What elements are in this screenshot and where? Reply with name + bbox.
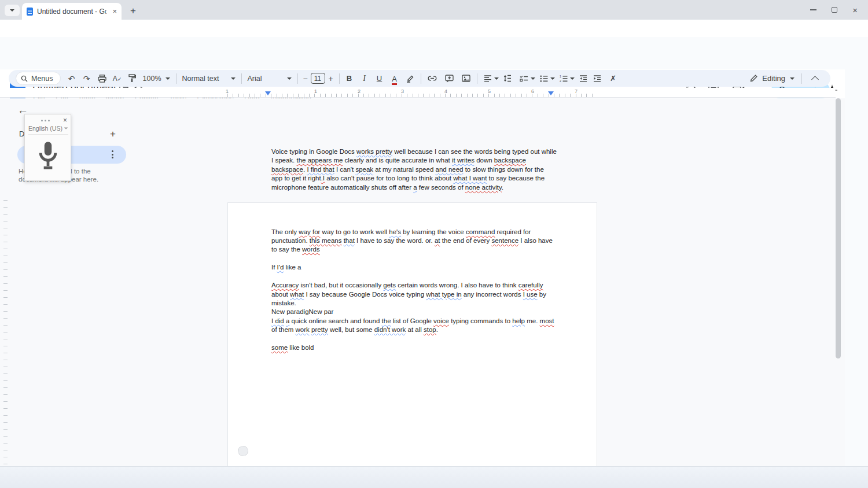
window-maximize-button[interactable] xyxy=(832,7,837,13)
window-controls: × xyxy=(810,0,863,20)
add-tab-button[interactable]: + xyxy=(110,128,116,140)
decrease-indent-button[interactable] xyxy=(579,75,587,82)
docs-file-icon xyxy=(27,8,33,16)
paragraph xyxy=(271,335,557,343)
voice-language-select[interactable]: English (US) xyxy=(28,125,68,135)
menus-label: Menus xyxy=(31,75,53,83)
tab-close-icon[interactable]: × xyxy=(112,8,117,15)
tab-search-button[interactable] xyxy=(5,5,20,16)
svg-text:2: 2 xyxy=(560,79,561,82)
left-indent-marker[interactable] xyxy=(265,91,271,95)
highlight-color-button[interactable] xyxy=(406,75,414,83)
increase-indent-button[interactable] xyxy=(593,75,601,82)
undo-button[interactable]: ↶ xyxy=(64,74,79,83)
vertical-ruler xyxy=(3,200,8,488)
chevron-down-icon xyxy=(231,77,236,80)
ruler-label: 5 xyxy=(488,88,491,94)
voice-typing-popup[interactable]: × English (US) xyxy=(24,114,71,181)
insert-image-button[interactable] xyxy=(462,75,470,82)
paragraph: The only way for way to go to work well … xyxy=(271,228,557,254)
bulleted-list-dropdown-icon[interactable] xyxy=(550,77,555,80)
window-close-button[interactable]: × xyxy=(852,5,858,15)
ruler-label: 3 xyxy=(401,88,404,94)
menus-search-button[interactable]: Menus xyxy=(16,72,61,85)
text-color-button[interactable]: A xyxy=(387,74,402,83)
paragraph: Voice typing in Google Docs works pretty… xyxy=(271,147,557,192)
taskbar: 3 24°C Partly sunny Search xyxy=(0,466,868,488)
ruler-label: 6 xyxy=(531,88,534,94)
voice-typing-mic-button[interactable] xyxy=(35,141,61,171)
underline-button[interactable]: U xyxy=(372,74,387,83)
paragraph: Accuracy isn't bad, but it occasionally … xyxy=(271,281,557,308)
paragraph xyxy=(271,201,557,209)
workspace-side-panel: + xyxy=(845,69,868,466)
browser-tab-strip: Untitled document - Google Dc × + × xyxy=(0,0,868,20)
zoom-select[interactable]: 100% xyxy=(139,75,174,83)
horizontal-ruler[interactable]: 11234567 xyxy=(0,88,836,98)
ruler-label: 7 xyxy=(575,88,578,94)
insert-link-button[interactable] xyxy=(428,76,437,81)
browser-toolbar: ← → ↻ docs.google.com/document/d/1Ty_DUK… xyxy=(0,20,868,37)
drag-handle-icon[interactable] xyxy=(41,120,50,121)
tab-options-icon[interactable] xyxy=(112,150,113,158)
add-comment-button[interactable] xyxy=(445,75,454,83)
new-tab-button[interactable]: + xyxy=(127,5,139,17)
paragraph-style-select[interactable]: Normal text xyxy=(179,75,239,83)
browser-tab[interactable]: Untitled document - Google Dc × xyxy=(22,3,122,20)
checklist-button[interactable] xyxy=(520,75,528,82)
clear-formatting-button[interactable]: ✗ xyxy=(606,74,621,83)
toolbar-divider xyxy=(421,73,421,84)
align-dropdown-icon[interactable] xyxy=(494,77,499,80)
chevron-down-icon xyxy=(10,9,14,12)
paragraph: New paradigNew par xyxy=(271,308,557,316)
paragraph xyxy=(271,192,557,201)
editing-mode-select[interactable]: Editing xyxy=(750,73,826,84)
paragraph xyxy=(271,210,557,219)
decrease-font-size-button[interactable]: − xyxy=(300,74,311,83)
checklist-dropdown-icon[interactable] xyxy=(531,77,535,80)
bold-button[interactable]: B xyxy=(342,74,357,83)
paragraph: If I'd like a xyxy=(271,263,557,272)
paragraph xyxy=(271,272,557,281)
redo-button[interactable]: ↷ xyxy=(79,74,94,83)
spelling-check-button[interactable]: A✓ xyxy=(110,75,125,83)
bulleted-list-button[interactable] xyxy=(540,75,548,82)
font-size-input[interactable]: 11 xyxy=(311,73,325,84)
svg-text:1: 1 xyxy=(560,75,561,78)
paint-format-button[interactable] xyxy=(128,74,136,83)
chevron-down-icon xyxy=(165,77,170,80)
toolbar-divider xyxy=(339,73,340,84)
ruler-label: 4 xyxy=(444,88,447,94)
numbered-list-button[interactable]: 12 xyxy=(560,75,568,82)
align-button[interactable] xyxy=(484,75,492,82)
paragraph xyxy=(271,219,557,227)
docs-header: Untitled document ☆ FileEditViewInsertFo… xyxy=(0,37,868,69)
pencil-icon xyxy=(750,75,757,82)
ruler-label: 2 xyxy=(358,88,361,94)
toolbar-divider xyxy=(176,73,176,84)
search-icon xyxy=(21,75,28,82)
increase-font-size-button[interactable]: + xyxy=(325,74,337,83)
font-select[interactable]: Arial xyxy=(244,75,295,83)
chevron-down-icon xyxy=(64,127,68,129)
italic-button[interactable]: I xyxy=(357,74,372,83)
line-spacing-button[interactable] xyxy=(503,75,512,82)
collapse-menus-icon[interactable] xyxy=(811,76,819,83)
document-text[interactable]: Voice typing in Google Docs works pretty… xyxy=(271,147,557,352)
paragraph: some like bold xyxy=(271,343,557,352)
ruler-ticks xyxy=(227,94,597,97)
toolbar-divider xyxy=(297,73,298,84)
window-minimize-button[interactable] xyxy=(810,9,816,10)
right-indent-marker[interactable] xyxy=(548,91,554,95)
tab-title: Untitled document - Google Dc xyxy=(37,8,106,16)
vertical-scrollbar[interactable] xyxy=(836,98,841,358)
toolbar-divider xyxy=(241,73,242,84)
spinner-icon xyxy=(238,446,248,456)
docs-toolbar: Menus ↶ ↷ A✓ 100% Normal text Arial − 11… xyxy=(9,70,830,87)
numbered-list-dropdown-icon[interactable] xyxy=(570,77,575,80)
print-button[interactable] xyxy=(98,75,106,83)
toolbar-divider xyxy=(801,73,802,84)
toolbar-divider xyxy=(477,73,477,84)
voice-popup-close-icon[interactable]: × xyxy=(63,116,67,124)
paragraph: I did a quick online search and found th… xyxy=(271,317,557,335)
